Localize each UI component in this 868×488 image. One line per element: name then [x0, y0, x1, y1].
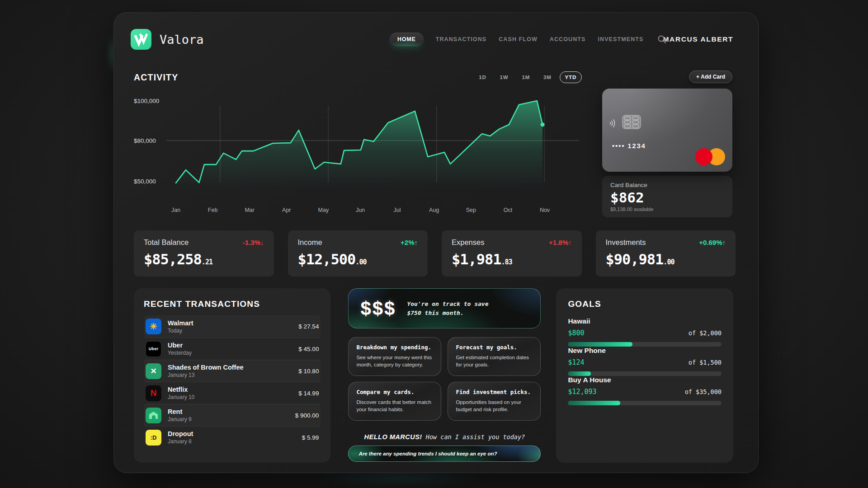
transactions-list: ✳ Walmart Today $ 27.54 Uber Uber Yester…: [144, 315, 321, 448]
nav-item-accounts[interactable]: ACCOUNTS: [550, 36, 586, 42]
nav-item-active-home[interactable]: HOME: [390, 33, 424, 46]
transaction-date: January 10: [168, 394, 194, 400]
svg-text:Jan: Jan: [171, 207, 180, 213]
transaction-amount: $ 14.99: [298, 390, 319, 397]
house-icon: [149, 412, 158, 419]
stat-value: $1,981.83: [452, 251, 572, 268]
range-button-1m[interactable]: 1M: [516, 71, 535, 83]
merchant-icon: ✕: [146, 363, 161, 379]
brand-name: Valora: [160, 33, 204, 47]
suggestion-title: Forecast my goals.: [456, 344, 533, 351]
stat-card: Expenses +1.8%↑ $1,981.83: [442, 230, 582, 277]
mastercard-icon: [695, 148, 725, 165]
app-header: Valora HOMETRANSACTIONSCASH FLOWACCOUNTS…: [114, 13, 758, 51]
goal-name: Hawaii: [568, 317, 722, 325]
nav-item-investments[interactable]: INVESTMENTS: [598, 36, 643, 42]
merchant-name: Uber: [168, 342, 192, 349]
goals-list: Hawaii $800 of $2,000 New Phone $124 of …: [568, 317, 722, 405]
range-button-ytd[interactable]: YTD: [560, 71, 582, 83]
transaction-row[interactable]: :D Dropout January 8 $ 5.99: [144, 426, 321, 448]
trend-arrow-icon: ↑: [568, 239, 572, 246]
add-card-button[interactable]: + Add Card: [689, 70, 732, 83]
svg-text:Oct: Oct: [504, 207, 513, 213]
transaction-row[interactable]: Uber Uber Yesterday $ 45.00: [144, 338, 321, 360]
range-button-1d[interactable]: 1D: [473, 71, 491, 83]
merchant-icon: [146, 408, 161, 423]
svg-text:$100,000: $100,000: [134, 98, 159, 104]
goal-name: New Phone: [568, 347, 722, 355]
nav-item-transactions[interactable]: TRANSACTIONS: [436, 36, 487, 42]
assistant-input[interactable]: [348, 446, 541, 462]
svg-text:$80,000: $80,000: [134, 137, 156, 144]
transaction-date: January 8: [168, 438, 193, 445]
transaction-row[interactable]: ✕ Shades of Brown Coffee January 13 $ 10…: [144, 360, 321, 382]
savings-banner-text: You're on track to save$750 this month.: [407, 300, 488, 317]
suggestion-card[interactable]: Compare my cards. Discover cards that be…: [348, 382, 441, 421]
stat-label: Total Balance: [144, 238, 189, 247]
range-button-3m[interactable]: 3M: [538, 71, 557, 83]
activity-section: ACTIVITY 1D1W1M3MYTD $100,000$80,000$50,…: [114, 70, 758, 217]
savings-banner: $$$ You're on track to save$750 this mon…: [348, 288, 541, 328]
nav-item-cash-flow[interactable]: CASH FLOW: [499, 36, 538, 42]
stat-label: Income: [298, 238, 322, 247]
suggestion-card[interactable]: Breakdown my spending. See where your mo…: [348, 337, 441, 376]
merchant-icon: N: [146, 385, 161, 401]
trend-arrow-icon: ↓: [260, 239, 264, 246]
goal-progress-fill: [568, 401, 620, 405]
svg-text:Sep: Sep: [466, 207, 476, 213]
goal-progress-fill: [568, 371, 591, 376]
suggestion-desc: Get estimated completion dates for your …: [456, 354, 533, 368]
dollars-icon: $$$: [360, 298, 396, 319]
svg-text:Jun: Jun: [356, 207, 365, 213]
main-nav: HOMETRANSACTIONSCASH FLOWACCOUNTSINVESTM…: [390, 33, 666, 46]
suggestion-title: Breakdown my spending.: [356, 344, 433, 351]
suggestion-card[interactable]: Find investment picks. Opportunities bas…: [448, 382, 541, 421]
assistant-greeting: HELLO MARCUS! How can I assist you today…: [348, 433, 541, 441]
contactless-icon: [609, 117, 619, 129]
trend-arrow-icon: ↑: [722, 239, 726, 246]
merchant-icon: Uber: [146, 341, 161, 357]
search-icon[interactable]: [657, 35, 666, 44]
goal-saved-amount: $12,093: [568, 388, 596, 396]
stat-change: -1.3%↓: [243, 239, 264, 246]
svg-text:Apr: Apr: [282, 207, 291, 213]
card-number-masked: •••• 1234: [612, 142, 646, 150]
credit-card[interactable]: •••• 1234: [602, 89, 732, 172]
assistant-suggestions: Breakdown my spending. See where your mo…: [348, 337, 541, 421]
svg-text:$50,000: $50,000: [134, 178, 156, 185]
goals-title: GOALS: [568, 299, 722, 309]
stat-change: +1.8%↑: [549, 239, 571, 246]
stat-label: Investments: [606, 238, 646, 247]
stat-label: Expenses: [452, 238, 484, 247]
transaction-date: January 13: [168, 372, 244, 378]
transaction-amount: $ 900.00: [295, 412, 319, 419]
goal-item: Hawaii $800 of $2,000: [568, 317, 722, 347]
goal-saved-amount: $124: [568, 358, 584, 366]
valora-logo-icon: [131, 29, 151, 50]
transaction-amount: $ 45.00: [298, 346, 319, 352]
stat-change: +0.69%↑: [699, 239, 726, 246]
transaction-date: Today: [168, 328, 193, 334]
transaction-row[interactable]: ✳ Walmart Today $ 27.54: [144, 315, 321, 338]
stat-value: $85,258.21: [144, 251, 264, 268]
trend-arrow-icon: ↑: [415, 239, 418, 246]
goal-progress-bar: [568, 371, 722, 376]
goal-item: New Phone $124 of $1,500: [568, 347, 722, 376]
card-column: + Add Card: [602, 70, 732, 217]
range-button-1w[interactable]: 1W: [495, 71, 514, 83]
transaction-row[interactable]: N Netflix January 10 $ 14.99: [144, 382, 321, 404]
card-available: $9,138.00 available: [610, 206, 724, 212]
user-name[interactable]: MARCUS ALBERT: [663, 35, 733, 43]
goal-progress-bar: [568, 342, 722, 347]
suggestion-desc: See where your money went this month, ca…: [356, 354, 433, 368]
brand: Valora: [131, 29, 204, 50]
svg-text:Mar: Mar: [245, 207, 255, 213]
goal-name: Buy A House: [568, 376, 722, 384]
merchant-name: Walmart: [168, 319, 193, 327]
assistant-column: $$$ You're on track to save$750 this mon…: [348, 288, 541, 463]
suggestion-card[interactable]: Forecast my goals. Get estimated complet…: [448, 337, 541, 376]
transactions-title: RECENT TRANSACTIONS: [144, 299, 321, 309]
merchant-name: Shades of Brown Coffee: [168, 364, 244, 371]
suggestion-desc: Discover cards that better match your fi…: [356, 399, 433, 413]
transaction-row[interactable]: Rent January 9 $ 900.00: [144, 404, 321, 426]
